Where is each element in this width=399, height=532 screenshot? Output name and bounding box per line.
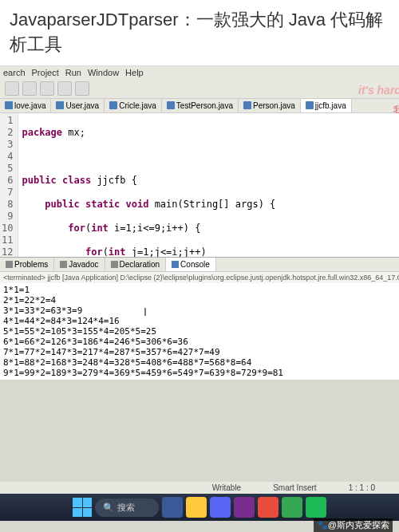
search-icon: 🔍: [103, 502, 114, 513]
windows-start-icon[interactable]: [73, 498, 92, 517]
tab-circle[interactable]: Cricle.java: [105, 99, 162, 112]
tool-button[interactable]: [40, 81, 54, 96]
status-writable: Writable: [212, 483, 242, 492]
tool-button[interactable]: [5, 81, 19, 96]
tab-javadoc[interactable]: Javadoc: [54, 258, 105, 271]
java-icon: [5, 101, 13, 109]
tab-declaration[interactable]: Declaration: [105, 258, 167, 271]
console-output[interactable]: 1*1=1 2*1=22*2=4 3*1=33*2=63*3=9 4*1=44*…: [0, 283, 399, 380]
tool-button[interactable]: [22, 81, 37, 96]
task-icon[interactable]: [306, 497, 326, 518]
menu-help[interactable]: Help: [125, 68, 144, 77]
javadoc-icon: [60, 261, 67, 268]
declaration-icon: [111, 261, 118, 268]
menu-bar: earch Project Run Window Help: [0, 66, 399, 79]
tool-button[interactable]: [75, 81, 89, 96]
text-cursor-icon: I: [144, 305, 147, 318]
tool-button[interactable]: [57, 81, 72, 96]
menu-project[interactable]: Project: [32, 68, 59, 77]
paw-icon: 🐾: [317, 520, 328, 530]
task-icon[interactable]: [210, 497, 231, 518]
windows-taskbar: 🔍 搜索: [0, 494, 399, 521]
article-title: JavaparserJDTparser：一款强大的 Java 代码解析工具: [0, 0, 399, 66]
status-bar: Writable Smart Insert 1 : 1 : 0: [0, 482, 399, 494]
watermark-text: it's hard fo: [358, 84, 399, 97]
java-icon: [109, 101, 117, 109]
tab-jjcfb[interactable]: jjcfb.java: [301, 99, 352, 112]
tab-console[interactable]: Console: [166, 258, 216, 271]
terminated-label: <terminated> jjcfb [Java Application] D:…: [0, 272, 399, 283]
taskbar-search[interactable]: 🔍 搜索: [95, 499, 159, 517]
task-icon[interactable]: [282, 497, 302, 518]
task-icon[interactable]: [258, 497, 279, 518]
bottom-panel: Problems Javadoc Declaration Console <te…: [0, 257, 399, 380]
code-editor[interactable]: 123 =4 567 8910 1112 package mx; public …: [0, 113, 399, 257]
task-icon[interactable]: [162, 497, 183, 518]
editor-tabs: love.java User.java Cricle.java TestPers…: [0, 99, 399, 113]
line-gutter: 123 =4 567 8910 1112: [0, 113, 18, 257]
tab-problems[interactable]: Problems: [0, 258, 54, 271]
panel-tabs: Problems Javadoc Declaration Console: [0, 258, 399, 272]
image-credit: 🐾@斯内克爱探索: [314, 518, 393, 532]
tab-testperson[interactable]: TestPerson.java: [162, 99, 239, 112]
tab-user[interactable]: User.java: [51, 99, 105, 112]
java-icon: [306, 101, 314, 109]
java-icon: [56, 101, 64, 109]
search-placeholder: 搜索: [117, 502, 135, 514]
task-icon[interactable]: [234, 497, 255, 518]
menu-window[interactable]: Window: [88, 68, 119, 77]
toolbar: [0, 79, 399, 99]
console-icon: [172, 261, 179, 268]
task-icon[interactable]: [186, 497, 207, 518]
tab-person[interactable]: Person.java: [239, 99, 301, 112]
tab-love[interactable]: love.java: [0, 99, 51, 112]
status-position: 1 : 1 : 0: [349, 483, 375, 492]
menu-run[interactable]: Run: [65, 68, 81, 77]
status-insert: Smart Insert: [273, 483, 316, 492]
menu-search[interactable]: earch: [3, 68, 26, 77]
problems-icon: [6, 261, 13, 268]
java-icon: [243, 101, 251, 109]
code-content[interactable]: package mx; public class jjcfb { public …: [18, 113, 302, 257]
java-icon: [167, 101, 175, 109]
